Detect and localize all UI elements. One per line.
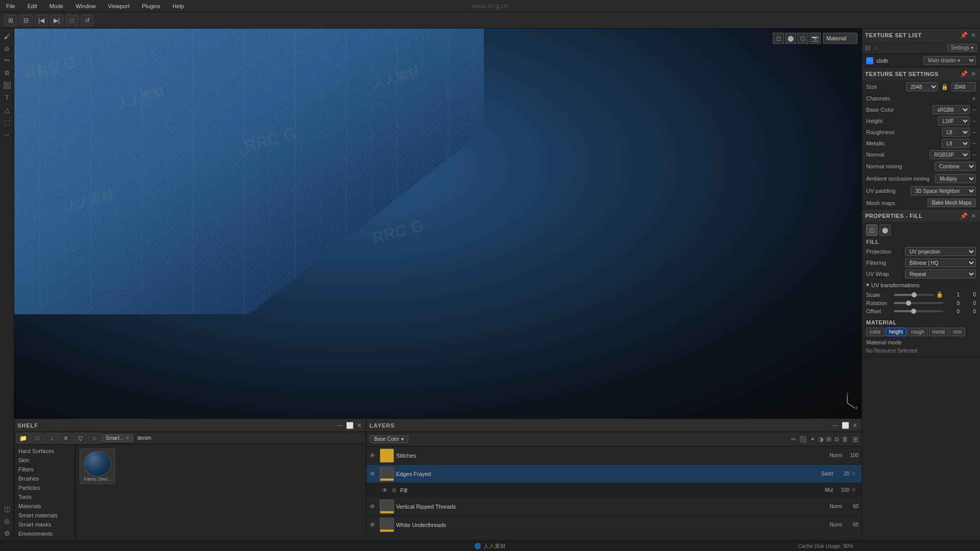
layer-row-stitches[interactable]: 👁 Stitches Norm 100 [366,446,862,465]
shelf-cat-particles[interactable]: Particles [14,483,75,492]
scale-lock-icon[interactable]: 🔒 [936,291,943,298]
props-icon-sphere[interactable]: ⬤ [879,224,891,236]
sidebar-props-icon[interactable]: ⚙ [2,528,13,539]
shelf-cat-smart-materials[interactable]: Smart materials [14,511,75,520]
tsl-pin-btn[interactable]: 📌 [959,32,969,39]
sidebar-measure-icon[interactable]: ↔ [2,129,13,140]
shelf-import-btn[interactable]: ↓ [45,433,58,444]
delete-layer-btn[interactable]: 🗑 [841,435,849,443]
vp-icon-cube[interactable]: ◻ [773,33,784,44]
tss-add-channel-btn[interactable]: + [972,94,976,103]
settings-button[interactable]: Settings ▾ [947,44,977,52]
viewport[interactable]: RRC G 人人素材 RRC G 人人素材 RRC G 人人素材 ◻ ⬤ ⬡ 📷… [14,29,862,418]
layer-vis-vertical[interactable]: 👁 [370,503,378,510]
sidebar-selection-icon[interactable]: ⬚ [2,116,13,128]
vp-icon-camera[interactable]: 📷 [810,33,821,44]
layers-minimize-btn[interactable]: — [831,422,840,429]
add-paint-layer-btn[interactable]: ✏ [790,435,797,443]
add-fill-layer-btn[interactable]: ⬛ [798,435,808,443]
shelf-cat-filters[interactable]: Filters [14,465,75,474]
copy-layer-btn[interactable]: ⧉ [834,435,840,443]
vp-icon-render[interactable]: ⬡ [797,33,808,44]
sidebar-smudge-icon[interactable]: 〜 [2,55,13,66]
shelf-cat-brushes[interactable]: Brushes [14,474,75,483]
shelf-tab-smart[interactable]: Smart... ✕ [102,434,133,442]
shelf-cat-smart-masks[interactable]: Smart masks [14,520,75,529]
layer-row-edges-frayed[interactable]: 👁 Edges Frayed Sadd 20 ✕ [366,465,862,483]
normal-mixing-select[interactable]: Combine [935,162,976,171]
channel-format-normal[interactable]: RGB16F [929,150,970,159]
sidebar-erase-icon[interactable]: ⊘ [2,43,13,54]
shelf-cat-tools[interactable]: Tools [14,492,75,502]
prop-uv-wrap-select[interactable]: Repeat [905,269,976,279]
props-pin-btn[interactable]: 📌 [959,212,969,219]
menu-plugins[interactable]: Plugins [140,2,162,10]
toolbar-reset-btn[interactable]: ↺ [81,15,94,26]
layer-row-fill[interactable]: 👁 ⊙ Fill Mul 100 ✕ [366,483,862,497]
sidebar-poly-icon[interactable]: △ [2,104,13,115]
prop-projection-select[interactable]: UV projection [905,247,976,256]
add-effects-btn[interactable]: ✦ [809,435,816,443]
layer-row-vertical[interactable]: 👁 Vertical Ripped Threads Norm 60 [366,497,862,516]
shelf-tab-denim[interactable]: denim [134,435,154,441]
shelf-tab-close[interactable]: ✕ [126,436,130,441]
sidebar-channels-icon[interactable]: ◎ [2,515,13,527]
ts-icon-1[interactable]: ⊟ [865,44,870,52]
tss-size-select[interactable]: 2048 [906,82,938,91]
tss-close-btn[interactable]: ✕ [970,70,977,78]
layer-vis-stitches[interactable]: 👁 [370,452,378,459]
tsl-close-btn[interactable]: ✕ [970,32,977,39]
add-group-btn[interactable]: ⊞ [825,435,832,443]
tss-lock-icon[interactable]: 🔒 [941,84,948,90]
menu-file[interactable]: File [4,2,17,10]
shelf-cat-environments[interactable]: Environments [14,529,75,538]
mat-tab-metal[interactable]: metal [929,328,948,336]
layer-close-fill[interactable]: ✕ [851,487,859,493]
sidebar-fill-icon[interactable]: ⬛ [2,80,13,91]
shelf-item-fabric-denim[interactable]: Fabric Deni... [80,448,115,484]
toolbar-prev-btn[interactable]: |◀ [35,15,48,26]
prop-filtering-select[interactable]: Bilinear | HQ [905,258,976,267]
layers-close-btn[interactable]: ✕ [851,422,859,429]
channel-minus-metallic[interactable]: − [972,140,976,147]
shelf-cat-hard-surfaces[interactable]: Hard Surfaces [14,446,75,456]
texture-set-item[interactable]: 👁 cloth Main shader ▾ [862,54,980,67]
toolbar-square-btn[interactable]: □ [65,15,79,26]
menu-window[interactable]: Window [74,2,97,10]
bake-mesh-maps-btn[interactable]: Bake Mesh Maps [927,198,976,207]
shelf-filter-btn[interactable]: ▽ [74,433,87,444]
channel-format-roughness[interactable]: L8 [942,128,970,137]
toolbar-grid-btn[interactable]: ⊞ [4,15,17,26]
shelf-expand-btn[interactable]: ⬜ [345,422,355,429]
shelf-search-btn[interactable]: ○ [88,433,101,444]
toolbar-list-btn[interactable]: ⊟ [19,15,33,26]
tss-pin-btn[interactable]: 📌 [959,70,969,78]
ts-shader-select[interactable]: Main shader ▾ [923,56,976,65]
layers-expand-btn[interactable]: ⬜ [841,422,850,429]
slider-scale-thumb[interactable] [912,292,917,297]
mat-tab-height[interactable]: height [886,328,906,336]
layer-vis-fill[interactable]: 👁 [382,487,390,494]
shelf-close-btn[interactable]: ✕ [356,422,363,429]
sidebar-text-icon[interactable]: T [2,92,13,103]
channel-minus-base-color[interactable]: − [972,106,976,114]
vp-icon-sphere[interactable]: ⬤ [785,33,796,44]
menu-edit[interactable]: Edit [26,2,39,10]
layers-grid-view-btn[interactable]: ⊞ [852,435,859,443]
shelf-cat-color-profiles[interactable]: Color profiles [14,538,75,541]
channel-format-metallic[interactable]: L8 [942,139,970,148]
props-icon-layers[interactable]: ◫ [866,224,877,236]
sidebar-paint-icon[interactable]: 🖌 [2,31,13,42]
slider-offset-thumb[interactable] [911,309,916,314]
menu-viewport[interactable]: Viewport [106,2,132,10]
slider-rotation-thumb[interactable] [906,300,911,306]
uv-padding-select[interactable]: 3D Space Neighbor [911,186,976,195]
slider-scale-track[interactable] [894,294,934,296]
menu-help[interactable]: Help [170,2,186,10]
slider-rotation-track[interactable] [894,302,943,304]
ts-icon-2[interactable]: ○ [874,44,878,52]
channel-minus-height[interactable]: − [972,117,976,125]
shelf-cat-materials[interactable]: Materials [14,502,75,511]
layer-vis-white[interactable]: 👁 [370,521,378,529]
channel-minus-roughness[interactable]: − [972,129,976,136]
